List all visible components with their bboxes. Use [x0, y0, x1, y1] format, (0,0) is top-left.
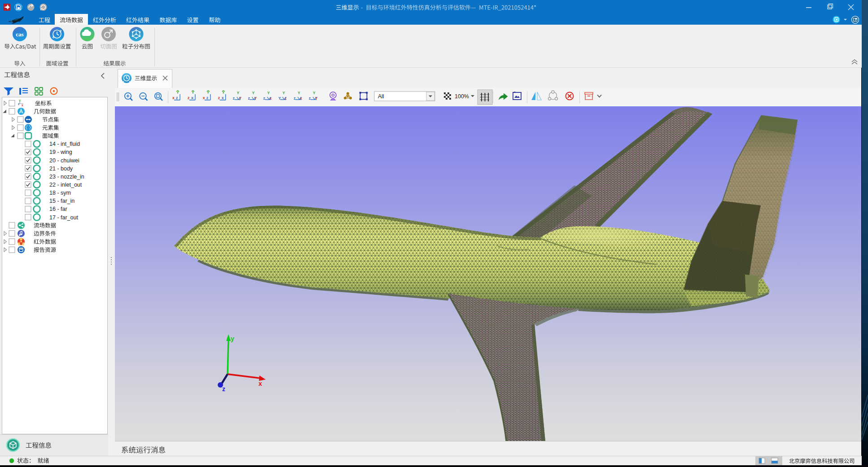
svg-text:z: z	[222, 385, 225, 393]
svg-text:y: y	[231, 335, 234, 342]
svg-text:x: x	[259, 380, 262, 387]
